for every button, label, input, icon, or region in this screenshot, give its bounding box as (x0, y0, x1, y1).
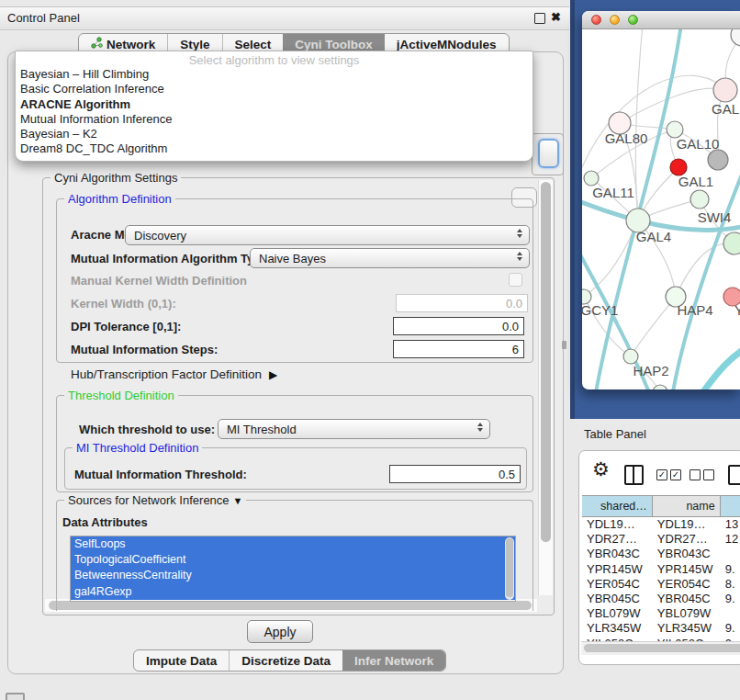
expand-right-icon[interactable]: ▶ (269, 368, 277, 381)
split-columns-icon[interactable] (624, 465, 644, 485)
algorithm-option-dream8-dc-tdc-algorithm[interactable]: Dream8 DC_TDC Algorithm (16, 141, 533, 156)
network-node[interactable] (653, 385, 667, 390)
network-canvas[interactable]: GALGAL80GAL10GAL1GAL11SWI4GAL4GCY1HAP4YH… (582, 29, 740, 390)
mi-threshold-label: Mutual Information Threshold: (74, 468, 247, 481)
sources-group-title: Sources for Network Inference▼ (64, 493, 246, 507)
settings-vscrollbar-thumb[interactable] (541, 182, 551, 542)
mi-algorithm-type-label: Mutual Information Algorithm Type: (71, 252, 272, 265)
node-label-hap4: HAP4 (677, 302, 712, 318)
attributes-scrollbar[interactable] (505, 537, 514, 600)
mi-threshold-field[interactable]: 0.5 (389, 465, 521, 483)
close-traffic-light-icon[interactable] (591, 15, 601, 25)
table-row[interactable]: YER054CYER054C8. (582, 577, 740, 592)
table-hscrollbar[interactable] (581, 641, 740, 655)
network-window[interactable]: GALGAL80GAL10GAL1GAL11SWI4GAL4GCY1HAP4YH… (582, 11, 740, 390)
threshold-definition-group: Threshold Definition Which threshold to … (56, 395, 533, 492)
gear-icon[interactable]: ⚙ (592, 458, 610, 480)
mi-algorithm-type-combo[interactable]: Naive Bayes (250, 248, 530, 268)
bottom-tab-infer-network[interactable]: Infer Network (342, 650, 445, 671)
network-node-swi4[interactable] (723, 232, 740, 254)
algorithm-option-mutual-information-inference[interactable]: Mutual Information Inference (16, 112, 533, 127)
unchecked-checkbox-icon[interactable] (690, 469, 701, 480)
network-window-titlebar[interactable] (582, 11, 740, 29)
tab-cyni-toolbox-label: Cyni Toolbox (295, 38, 373, 51)
table-row[interactable]: YBR043CYBR043C (582, 547, 740, 561)
clipped-toolbar-icon[interactable] (728, 465, 740, 485)
network-icon (91, 37, 103, 51)
attribute-item-gal4rgexp[interactable]: gal4RGexp (71, 584, 515, 600)
bottom-tab-discretize-data-label: Discretize Data (241, 654, 331, 668)
table-cell: YBL079W (653, 606, 721, 621)
collapse-down-icon[interactable]: ▼ (233, 495, 243, 506)
network-panel-edge (570, 0, 575, 419)
table-row[interactable]: YLR345WYLR345W9. (582, 621, 740, 636)
attribute-item-betweennesscentrality[interactable]: BetweennessCentrality (71, 568, 515, 583)
which-threshold-value: MI Threshold (227, 423, 297, 436)
dpi-tolerance-label: DPI Tolerance [0,1]: (71, 320, 181, 333)
aracne-mode-combo[interactable]: Discovery (125, 225, 530, 245)
column-header-a[interactable]: A (721, 496, 740, 516)
kernel-width-field[interactable]: 0.0 (396, 294, 528, 312)
algorithm-dropdown-hint: Select algorithm to view settings (16, 51, 533, 67)
table-row[interactable]: YDR27…YDR27…12 (582, 532, 740, 547)
bottom-tab-impute-data[interactable]: Impute Data (134, 650, 229, 671)
algorithm-option-basic-correlation-inference[interactable]: Basic Correlation Inference (16, 82, 533, 96)
network-node-gal11[interactable] (584, 171, 599, 186)
table-cell (721, 606, 740, 621)
network-node[interactable] (690, 190, 709, 209)
panel-splitter-handle[interactable] (562, 341, 566, 349)
table-cell: YDL19… (582, 517, 653, 532)
table-cell: YLR345W (582, 621, 653, 636)
bottom-tab-discretize-data[interactable]: Discretize Data (229, 650, 342, 671)
unchecked-checkbox-icon[interactable] (703, 469, 714, 480)
network-node-gal[interactable] (713, 78, 737, 102)
node-label-gcy1: GCY1 (582, 302, 618, 318)
column-header-name[interactable]: name (653, 496, 721, 516)
dpi-tolerance-field[interactable]: 0.0 (393, 317, 524, 335)
algorithm-option-bayesian-hill-climbing[interactable]: Bayesian – Hill Climbing (16, 67, 533, 82)
table-row[interactable]: YBL079WYBL079W (582, 606, 740, 621)
data-attributes-list[interactable]: SelfLoopsTopologicalCoefficientBetweenne… (70, 536, 516, 602)
network-node[interactable] (731, 29, 740, 46)
control-panel-title: Control Panel (7, 11, 80, 25)
network-node-hap2[interactable] (623, 349, 638, 364)
table-hscrollbar-thumb[interactable] (584, 644, 740, 652)
attribute-item-selfloops[interactable]: SelfLoops (71, 536, 515, 552)
table-cell (721, 547, 740, 561)
zoom-traffic-light-icon[interactable] (628, 15, 638, 25)
attribute-item-topologicalcoefficient[interactable]: TopologicalCoefficient (71, 552, 515, 568)
hub-definition-expander[interactable]: Hub/Transcription Factor Definition▶ (71, 367, 277, 381)
mi-steps-field[interactable]: 6 (393, 340, 524, 358)
manual-kernel-label: Manual Kernel Width Definition (71, 274, 247, 288)
table-row[interactable]: YPR145WYPR145W9. (582, 562, 740, 577)
close-icon[interactable]: ✖ (551, 10, 561, 24)
settings-vscrollbar[interactable] (538, 180, 553, 595)
table-cell: YER054C (582, 577, 653, 592)
which-threshold-label: Which threshold to use: (79, 423, 215, 436)
apply-button[interactable]: Apply (247, 620, 313, 643)
column-header-shared[interactable]: shared… (582, 496, 653, 516)
dpi-tolerance-value: 0.0 (502, 320, 519, 333)
algorithm-option-aracne-algorithm[interactable]: ARACNE Algorithm (16, 97, 533, 112)
manual-kernel-checkbox[interactable] (509, 273, 522, 287)
attributes-scrollbar-thumb[interactable] (506, 538, 513, 597)
bottom-corner-icon[interactable] (6, 693, 25, 700)
algorithm-dropdown-items: Bayesian – Hill ClimbingBasic Correlatio… (16, 67, 533, 157)
float-window-icon[interactable] (534, 13, 545, 24)
control-panel-bottom-tabs: Impute DataDiscretize DataInfer Network (133, 649, 446, 672)
algorithm-definition-title: Algorithm Definition (64, 192, 175, 206)
minimize-traffic-light-icon[interactable] (610, 15, 620, 25)
table-row[interactable]: YBR045CYBR045C9. (582, 592, 740, 606)
table-cell: YPR145W (653, 562, 721, 577)
combo-spinner-icon (477, 423, 483, 432)
network-node[interactable] (708, 150, 728, 170)
tab-style-label: Style (180, 38, 209, 51)
which-threshold-combo[interactable]: MI Threshold (218, 419, 490, 439)
checked-checkbox-icon[interactable]: ✓ (670, 469, 681, 480)
table-cell: 8. (721, 577, 740, 592)
table-row[interactable]: YDL19…YDL19…13 (582, 517, 740, 532)
checked-checkbox-icon[interactable]: ✓ (656, 469, 667, 480)
focused-combo-fragment[interactable] (538, 139, 559, 168)
node-table: shared…nameA YDL19…YDL19…13YDR27…YDR27…1… (582, 495, 740, 651)
algorithm-option-bayesian-k2[interactable]: Bayesian – K2 (16, 127, 533, 141)
